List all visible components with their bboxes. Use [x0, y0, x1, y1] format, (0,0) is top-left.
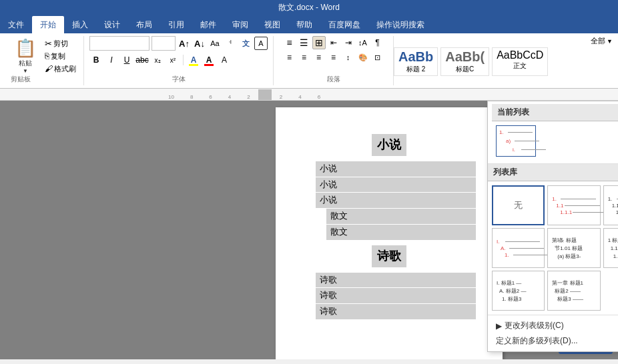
paste-icon: 📋 — [15, 38, 36, 59]
style-text[interactable]: AaBbCcD 正文 — [492, 47, 548, 76]
list-option-none[interactable]: 无 — [492, 185, 545, 225]
list-option-outline[interactable]: I. 标题1 — A. 标题2 — 1. 标题3 — [492, 271, 545, 311]
format-painter-icon: 🖌 — [45, 64, 53, 73]
list-option-numbered1[interactable]: 1. 1.1 1.1.1 — [547, 185, 600, 225]
justify-button[interactable]: ≡ — [327, 51, 340, 64]
character-shading-button[interactable]: A — [218, 53, 231, 67]
list-option-chapter[interactable]: 第一章 标题1 标题2 —— 标题3 —— — [547, 271, 600, 311]
text-effect-button[interactable]: 文 — [239, 37, 252, 50]
align-left-button[interactable]: ≡ — [283, 51, 296, 64]
tab-design[interactable]: 设计 — [96, 16, 128, 33]
character-border-button[interactable]: A — [254, 37, 268, 50]
align-right-button[interactable]: ≡ — [312, 51, 326, 64]
list-option-heading-num[interactable]: 1 标题1 — 1.1 标题2 — 1.1.1 标题3 — [603, 228, 618, 268]
align-center-button[interactable]: ≡ — [298, 51, 311, 64]
page-content: 小说 小说 小说 小说 散文 散文 诗歌 诗歌 诗歌 诗 — [302, 134, 476, 319]
separator — [183, 55, 184, 65]
page-area: 小说 小说 小说 小说 散文 散文 诗歌 诗歌 诗歌 诗 — [160, 101, 618, 359]
font-color-button[interactable]: A — [202, 53, 216, 67]
paste-button[interactable]: 📋 粘贴 ▼ — [11, 36, 40, 76]
item-shige2: 诗歌 — [316, 288, 476, 303]
tab-search[interactable]: 操作说明搜索 — [368, 16, 432, 33]
item-xiaoshuo1: 小说 — [316, 161, 476, 177]
item-sanwen1: 散文 — [326, 209, 476, 224]
list-library-section: 列表库 无 1. 1.1 1.1.1 — [488, 164, 618, 315]
document-page: 小说 小说 小说 小说 散文 散文 诗歌 诗歌 诗歌 诗 — [276, 107, 503, 359]
multilevel-list-button[interactable]: ⊞ — [312, 36, 326, 49]
ordered-list-button[interactable]: ☰ — [298, 36, 311, 49]
arrow-right-icon: ▶ — [496, 321, 502, 331]
tab-reference[interactable]: 引用 — [160, 16, 192, 33]
list-option-numbered2[interactable]: 1. 1.1. 1.1.1. — [603, 185, 618, 225]
decrease-font-size-button[interactable]: A↓ — [193, 37, 206, 50]
left-panel — [0, 101, 160, 359]
increase-font-size-button[interactable]: A↑ — [178, 37, 191, 50]
title-bar: 散文.docx - Word — [0, 0, 618, 15]
ruler: 10 8 6 4 2 2 4 6 — [0, 89, 618, 101]
item-xiaoshuo2: 小说 — [316, 177, 476, 193]
tab-layout[interactable]: 布局 — [128, 16, 160, 33]
heading-shige: 诗歌 — [372, 245, 406, 267]
list-option-roman[interactable]: I. A. 1. — [492, 228, 545, 268]
increase-indent-button[interactable]: ⇥ — [342, 36, 355, 49]
aa-button[interactable]: Aa — [208, 37, 222, 50]
tab-baidu[interactable]: 百度网盘 — [320, 16, 368, 33]
item-shige3: 诗歌 — [316, 304, 476, 319]
font-name-input[interactable] — [89, 36, 149, 51]
text-highlight-button[interactable]: A — [187, 53, 200, 67]
define-new-multilevel-list-button[interactable]: 定义新的多级列表(D)... — [493, 333, 618, 349]
strikethrough-button[interactable]: abc — [135, 53, 149, 67]
superscript-button[interactable]: x² — [166, 53, 180, 67]
item-shige1: 诗歌 — [316, 273, 476, 288]
item-xiaoshuo3: 小说 — [316, 193, 476, 208]
styles-ribbon-area: 全部 ▼ AaBb 标题 2 AaBb( 标题C AaBbCcD 正文 — [394, 36, 613, 85]
current-list-box[interactable]: 1. a) i. — [496, 125, 536, 157]
list-options-grid: 无 1. 1.1 1.1.1 1. 1.1. — [488, 181, 618, 315]
list-library-title: 列表库 — [488, 164, 618, 181]
ribbon-tabs: 文件 开始 插入 设计 布局 引用 邮件 审阅 视图 帮助 百度网盘 操作说明搜… — [0, 15, 618, 33]
tab-help[interactable]: 帮助 — [288, 16, 320, 33]
heading-xiaoshuo: 小说 — [372, 134, 406, 156]
font-size-input[interactable] — [151, 36, 176, 51]
italic-button[interactable]: I — [105, 53, 118, 67]
text-highlight-icon: A — [191, 55, 197, 65]
ribbon-content: 📋 粘贴 ▼ ✂ 剪切 ⎘ 复制 🖌 格式刷 剪贴板 — [0, 33, 618, 89]
tab-file[interactable]: 文件 — [0, 16, 32, 33]
title-text: 散文.docx - Word — [278, 2, 340, 13]
font-color-icon: A — [206, 55, 212, 65]
tab-insert[interactable]: 插入 — [64, 16, 96, 33]
format-painter-button[interactable]: 🖌 格式刷 — [43, 63, 78, 75]
clipboard-group: 📋 粘贴 ▼ ✂ 剪切 ⎘ 复制 🖌 格式刷 剪贴板 — [5, 36, 84, 85]
change-list-level-button[interactable]: ▶ 更改列表级别(C) — [493, 318, 618, 333]
fill-color-button[interactable]: 🎨 — [356, 51, 370, 64]
multilevel-list-dropdown: 当前列表 1. a) i. — [487, 101, 618, 352]
subscript-button[interactable]: x₂ — [151, 53, 164, 67]
border-button[interactable]: ⊡ — [371, 51, 384, 64]
bold-button[interactable]: B — [89, 53, 103, 67]
clear-format-button[interactable]: ꜗ — [224, 37, 237, 50]
copy-button[interactable]: ⎘ 复制 — [43, 51, 78, 62]
styles-dropdown-arrow[interactable]: ▼ — [607, 38, 613, 45]
tab-mail[interactable]: 邮件 — [192, 16, 224, 33]
cut-button[interactable]: ✂ 剪切 — [43, 38, 78, 49]
font-group: A↑ A↓ Aa ꜗ 文 A B I U abc x₂ x² A — [84, 36, 274, 85]
tab-review[interactable]: 审阅 — [224, 16, 256, 33]
line-spacing-button[interactable]: ↕ — [342, 51, 355, 64]
underline-button[interactable]: U — [120, 53, 133, 67]
unordered-list-button[interactable]: ≡ — [283, 36, 296, 49]
style-normal[interactable]: AaBb 标题 2 — [394, 47, 438, 76]
paragraph-group: ≡ ☰ ⊞ ⇤ ⇥ ↕A ¶ ≡ ≡ ≡ ≡ ↕ 🎨 ⊡ — [274, 36, 394, 85]
item-sanwen2: 散文 — [326, 225, 476, 240]
style-heading2[interactable]: AaBb( 标题C — [440, 47, 489, 76]
current-list-title: 当前列表 — [492, 104, 618, 121]
main-area: 小说 小说 小说 小说 散文 散文 诗歌 诗歌 诗歌 诗 — [0, 101, 618, 359]
show-marks-button[interactable]: ¶ — [371, 36, 384, 49]
paste-dropdown-arrow[interactable]: ▼ — [23, 68, 28, 74]
sort-button[interactable]: ↕A — [356, 36, 370, 49]
list-option-chinese-legal[interactable]: 第Ⅰ条 标题 节1.01 标题 (a) 标题3- — [547, 228, 600, 268]
copy-icon: ⎘ — [45, 51, 49, 61]
tab-view[interactable]: 视图 — [256, 16, 288, 33]
ruler-marker — [258, 89, 272, 100]
decrease-indent-button[interactable]: ⇤ — [327, 36, 340, 49]
tab-start[interactable]: 开始 — [32, 16, 64, 33]
